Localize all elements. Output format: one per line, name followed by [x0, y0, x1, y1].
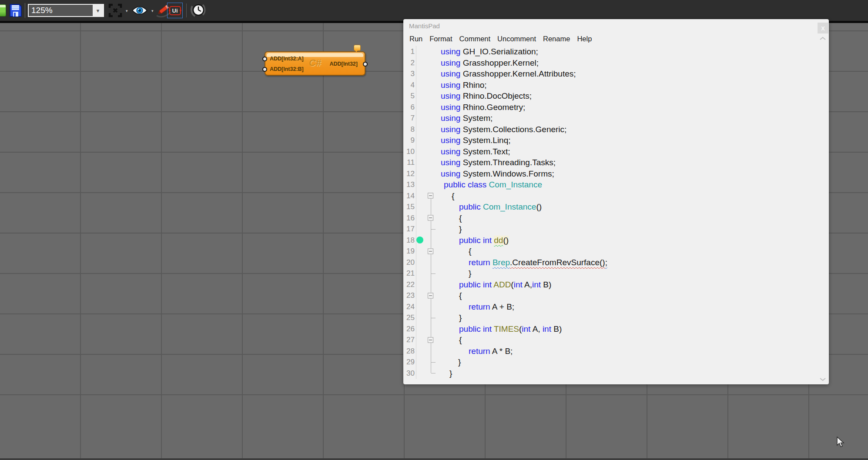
code-text[interactable]: using Rhino; [440, 80, 823, 91]
code-line[interactable]: 6using Rhino.Geometry; [403, 102, 823, 113]
output-connector[interactable] [363, 62, 368, 67]
code-line[interactable]: 14{ [403, 190, 823, 202]
code-line[interactable]: 21} [403, 268, 823, 279]
fold-gutter[interactable] [415, 46, 440, 57]
fold-gutter[interactable] [415, 57, 440, 69]
save-icon[interactable] [9, 3, 22, 17]
code-line[interactable]: 22public int ADD(int A,int B) [403, 279, 823, 290]
zoom-extents-icon[interactable] [108, 3, 123, 18]
menu-uncomment[interactable]: Uncomment [497, 35, 536, 43]
fold-gutter[interactable] [415, 80, 440, 91]
code-text[interactable]: public Com_Instance() [440, 201, 823, 213]
code-line[interactable]: 3using Grasshopper.Kernel.Attributes; [403, 68, 823, 80]
menu-format[interactable]: Format [429, 35, 452, 43]
fold-gutter[interactable] [415, 346, 440, 357]
code-line[interactable]: 13public class Com_Instance [403, 179, 823, 190]
code-text[interactable]: using System; [440, 113, 823, 124]
fold-gutter[interactable] [415, 368, 440, 379]
fold-gutter[interactable] [415, 102, 440, 113]
code-line[interactable]: 19{ [403, 246, 823, 257]
code-text[interactable]: using System.Collections.Generic; [440, 124, 823, 135]
code-line[interactable]: 9using System.Linq; [403, 135, 823, 146]
code-text[interactable]: } [440, 268, 823, 279]
fold-gutter[interactable] [415, 201, 440, 213]
code-line[interactable]: 16{ [403, 213, 823, 224]
code-text[interactable]: { [440, 190, 823, 202]
fold-gutter[interactable] [415, 334, 440, 346]
code-line[interactable]: 4using Rhino; [403, 80, 823, 91]
code-line[interactable]: 26public int TIMES(int A, int B) [403, 323, 823, 335]
fold-gutter[interactable] [415, 301, 440, 313]
code-line[interactable]: 28return A * B; [403, 346, 823, 357]
fold-gutter[interactable] [415, 312, 440, 323]
fold-gutter[interactable] [415, 90, 440, 102]
code-text[interactable]: using GH_IO.Serialization; [440, 46, 823, 57]
fold-toggle-icon[interactable] [428, 193, 433, 199]
code-text[interactable]: using Rhino.Geometry; [440, 102, 823, 113]
code-text[interactable]: using System.Windows.Forms; [440, 168, 823, 180]
scroll-up-icon[interactable] [819, 37, 826, 40]
code-text[interactable]: using Grasshopper.Kernel.Attributes; [440, 68, 823, 80]
code-text[interactable]: return A * B; [440, 346, 823, 357]
fold-gutter[interactable] [415, 113, 440, 124]
fold-gutter[interactable] [415, 124, 440, 135]
close-button[interactable]: x [818, 23, 828, 33]
fold-toggle-icon[interactable] [428, 215, 433, 221]
code-line[interactable]: 7using System; [403, 113, 823, 124]
code-line[interactable]: 18public int dd() [403, 235, 823, 246]
breakpoint-dot[interactable] [416, 237, 423, 243]
code-text[interactable]: public int dd() [440, 235, 823, 246]
fold-gutter[interactable] [415, 357, 440, 368]
code-text[interactable]: public class Com_Instance [440, 179, 823, 190]
code-text[interactable]: using System.Threading.Tasks; [440, 157, 823, 168]
code-line[interactable]: 11using System.Threading.Tasks; [403, 157, 823, 168]
code-text[interactable]: } [440, 312, 823, 323]
fold-gutter[interactable] [415, 268, 440, 279]
code-text[interactable]: using Grasshopper.Kernel; [440, 57, 823, 69]
code-text[interactable]: public int ADD(int A,int B) [440, 279, 823, 290]
code-text[interactable]: { [440, 213, 823, 224]
zoom-level-select[interactable]: 125% ▾ [28, 4, 104, 17]
fold-gutter[interactable] [415, 235, 440, 246]
menu-run[interactable]: Run [409, 35, 422, 43]
menu-help[interactable]: Help [577, 35, 592, 43]
fold-gutter[interactable] [415, 146, 440, 157]
code-text[interactable]: } [440, 223, 823, 235]
history-clock-icon[interactable] [190, 3, 206, 18]
code-text[interactable]: public int TIMES(int A, int B) [440, 323, 823, 335]
preview-eye-icon[interactable] [131, 5, 148, 16]
code-text[interactable]: { [440, 246, 823, 257]
mantispad-window[interactable]: MantisPad x Run Format Comment Uncomment… [403, 19, 829, 384]
fold-gutter[interactable] [415, 157, 440, 168]
code-line[interactable]: 2using Grasshopper.Kernel; [403, 57, 823, 69]
fold-gutter[interactable] [415, 135, 440, 146]
chevron-down-icon[interactable]: ▾ [93, 5, 103, 16]
fold-toggle-icon[interactable] [428, 337, 433, 343]
code-line[interactable]: 20return Brep.CreateFromRevSurface(); [403, 257, 823, 268]
code-line[interactable]: 29} [403, 357, 823, 368]
fold-gutter[interactable] [415, 190, 440, 202]
fold-gutter[interactable] [415, 168, 440, 180]
code-text[interactable]: using System.Linq; [440, 135, 823, 146]
message-balloon-icon[interactable] [354, 45, 361, 51]
ui-tool-button[interactable]: Ui [167, 3, 183, 18]
code-line[interactable]: 25} [403, 312, 823, 323]
code-line[interactable]: 23{ [403, 290, 823, 301]
code-line[interactable]: 1using GH_IO.Serialization; [403, 46, 823, 57]
code-line[interactable]: 5using Rhino.DocObjects; [403, 90, 823, 102]
chevron-down-icon[interactable]: ▾ [151, 9, 154, 13]
code-text[interactable]: { [440, 334, 823, 346]
code-text[interactable]: return Brep.CreateFromRevSurface(); [440, 257, 823, 268]
code-line[interactable]: 8using System.Collections.Generic; [403, 124, 823, 135]
menu-comment[interactable]: Comment [459, 35, 491, 43]
code-text[interactable]: using System.Text; [440, 146, 823, 157]
fold-gutter[interactable] [415, 246, 440, 257]
code-area[interactable]: 1using GH_IO.Serialization;2using Grassh… [403, 46, 823, 379]
fold-gutter[interactable] [415, 68, 440, 80]
code-line[interactable]: 27{ [403, 334, 823, 346]
fold-gutter[interactable] [415, 257, 440, 268]
code-text[interactable]: } [440, 368, 823, 379]
code-line[interactable]: 24return A + B; [403, 301, 823, 313]
fold-gutter[interactable] [415, 213, 440, 224]
input-b-connector[interactable] [262, 67, 267, 72]
